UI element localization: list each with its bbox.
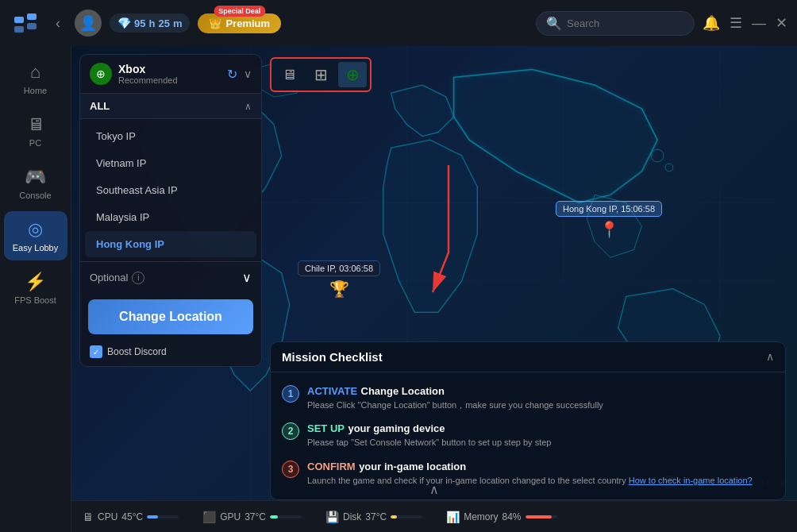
sidebar-label-home: Home xyxy=(24,86,47,95)
minimize-button[interactable]: — xyxy=(752,15,766,32)
boost-discord-checkbox[interactable]: ✓ xyxy=(90,345,102,358)
memory-stat: 📊 Memory 84% xyxy=(446,511,556,523)
sidebar-item-easy-lobby[interactable]: ◎ Easy Lobby xyxy=(4,211,67,260)
chile-pin-label: Chile IP, 03:06:58 xyxy=(298,260,380,276)
gpu-icon: ⬛ xyxy=(202,511,216,523)
topbar-action-icons: 🔔 ☰ — ✕ xyxy=(703,14,787,32)
credits-minutes-unit: m xyxy=(173,17,183,29)
step-1-text: ACTIVATE Change Location Please Click "C… xyxy=(307,384,774,411)
step-1-line: ACTIVATE Change Location xyxy=(307,384,774,398)
all-label: ALL xyxy=(90,100,110,112)
optional-info-icon: i xyxy=(132,272,144,284)
credits-hours: h xyxy=(148,17,155,29)
platform-name: Xbox xyxy=(118,63,221,75)
xbox-tab-icon: ⊕ xyxy=(346,65,360,84)
sidebar-label-pc: PC xyxy=(29,138,41,148)
console-icon: 🎮 xyxy=(25,167,46,187)
mission-step-1: 1 ACTIVATE Change Location Please Click … xyxy=(279,379,777,416)
content-area: 🖥 ⊞ ⊕ ⊕ Xbox Recommended ↻ ∨ ALL xyxy=(71,46,797,532)
bottom-status-bar: 🖥 CPU 45°C ⬛ GPU 37°C ∧ 💾 Disk 37°C xyxy=(71,500,797,532)
gpu-bar xyxy=(270,515,302,519)
platform-subtitle: Recommended xyxy=(118,75,221,85)
step-2-desc: Please tap "Set Console Network" button … xyxy=(307,437,774,449)
credits-display: 💎 95 h 25 m xyxy=(110,13,190,33)
mission-checklist-collapse[interactable]: ∧ xyxy=(766,350,774,363)
sidebar-label-fps-boost: FPS Boost xyxy=(14,295,56,305)
search-input[interactable] xyxy=(567,17,684,29)
hong-kong-pin-label: Hong Kong IP, 15:06:58 xyxy=(556,201,662,217)
sidebar-item-pc[interactable]: 🖥 PC xyxy=(4,106,67,156)
platform-title-block: Xbox Recommended xyxy=(118,63,221,85)
expand-chevron[interactable]: ∧ xyxy=(429,482,439,497)
svg-point-5 xyxy=(665,164,673,172)
app-logo xyxy=(10,7,41,39)
boost-discord-row: ✓ Boost Discord xyxy=(80,342,261,366)
svg-rect-3 xyxy=(27,23,37,29)
map-pin-chile[interactable]: Chile IP, 03:06:58 🏆 xyxy=(298,260,380,299)
region-item-tokyo[interactable]: Tokyo IP xyxy=(85,123,256,149)
all-regions-header[interactable]: ALL ∧ xyxy=(80,94,261,119)
mission-checklist-header: Mission Checklist ∧ xyxy=(271,342,785,372)
gpu-fill xyxy=(270,515,278,519)
platform-tab-pc[interactable]: 🖥 xyxy=(275,62,303,87)
refresh-button[interactable]: ↻ xyxy=(227,67,237,82)
xbox-logo: ⊕ xyxy=(90,63,112,85)
menu-icon[interactable]: ☰ xyxy=(730,14,742,32)
mission-steps: 1 ACTIVATE Change Location Please Click … xyxy=(271,372,785,499)
search-icon: 🔍 xyxy=(546,16,562,31)
region-panel-header: ⊕ Xbox Recommended ↻ ∨ xyxy=(80,55,261,94)
sidebar-label-easy-lobby: Easy Lobby xyxy=(13,243,58,253)
gpu-label: GPU xyxy=(220,511,241,522)
step-1-keyword: ACTIVATE xyxy=(307,385,357,397)
disk-icon: 💾 xyxy=(325,511,339,523)
cpu-temp: 45°C xyxy=(121,511,143,522)
sidebar-item-fps-boost[interactable]: ⚡ FPS Boost xyxy=(4,264,67,313)
main-layout: ⌂ Home 🖥 PC 🎮 Console ◎ Easy Lobby ⚡ FPS… xyxy=(0,46,797,532)
svg-rect-2 xyxy=(14,26,24,33)
step-2-keyword: SET UP xyxy=(307,422,345,434)
check-location-link[interactable]: How to check in-game location? xyxy=(629,476,753,485)
region-item-southeast-asia[interactable]: Southeast Asia IP xyxy=(85,177,256,203)
region-item-malaysia[interactable]: Malaysia IP xyxy=(85,204,256,230)
sidebar: ⌂ Home 🖥 PC 🎮 Console ◎ Easy Lobby ⚡ FPS… xyxy=(0,46,71,532)
change-location-button[interactable]: Change Location xyxy=(88,299,253,334)
step-3-desc: Launch the game and check if your in-gam… xyxy=(307,475,774,487)
step-2-rest: your gaming device xyxy=(348,422,445,434)
sidebar-item-home[interactable]: ⌂ Home xyxy=(4,54,67,103)
disk-label: Disk xyxy=(343,511,361,522)
mission-step-3: 3 CONFIRM your in-game location Launch t… xyxy=(279,454,777,492)
gpu-temp: 37°C xyxy=(244,511,266,522)
credits-value: 95 xyxy=(134,17,145,29)
step-3-text: CONFIRM your in-game location Launch the… xyxy=(307,459,774,487)
step-1-rest: Change Location xyxy=(361,385,445,397)
platform-tab-playstation[interactable]: ⊞ xyxy=(306,62,335,87)
region-item-hong-kong[interactable]: Hong Kong IP xyxy=(85,231,256,257)
chile-pin-icon: 🏆 xyxy=(298,279,380,299)
diamond-icon: 💎 xyxy=(117,17,131,29)
step-1-number: 1 xyxy=(282,385,299,403)
back-button[interactable]: ‹ xyxy=(49,12,67,35)
notification-icon[interactable]: 🔔 xyxy=(703,14,720,32)
optional-section[interactable]: Optional i ∨ xyxy=(80,261,261,293)
topbar: ‹ 👤 💎 95 h 25 m Special Deal 👑 Premium 🔍… xyxy=(0,0,797,46)
special-deal-badge: Special Deal xyxy=(214,6,265,17)
region-item-vietnam[interactable]: Vietnam IP xyxy=(85,150,256,176)
mission-checklist-title: Mission Checklist xyxy=(282,350,383,364)
platform-chevron-icon[interactable]: ∨ xyxy=(244,67,252,80)
premium-button[interactable]: Special Deal 👑 Premium xyxy=(198,13,281,33)
sidebar-item-console[interactable]: 🎮 Console xyxy=(4,159,67,208)
search-bar[interactable]: 🔍 xyxy=(536,11,695,36)
ps-tab-icon: ⊞ xyxy=(314,65,328,84)
sidebar-label-console: Console xyxy=(19,191,51,200)
gpu-stat: ⬛ GPU 37°C xyxy=(202,511,302,523)
premium-label: Premium xyxy=(225,17,270,29)
cpu-stat: 🖥 CPU 45°C xyxy=(83,511,179,523)
map-pin-hong-kong[interactable]: Hong Kong IP, 15:06:58 📍 xyxy=(556,201,662,239)
close-button[interactable]: ✕ xyxy=(776,14,787,32)
cpu-icon: 🖥 xyxy=(83,511,94,523)
boost-discord-label: Boost Discord xyxy=(107,346,167,357)
premium-crown-icon: 👑 xyxy=(209,17,221,29)
home-icon: ⌂ xyxy=(30,62,40,83)
avatar[interactable]: 👤 xyxy=(75,10,102,37)
platform-tab-xbox[interactable]: ⊕ xyxy=(338,62,367,87)
